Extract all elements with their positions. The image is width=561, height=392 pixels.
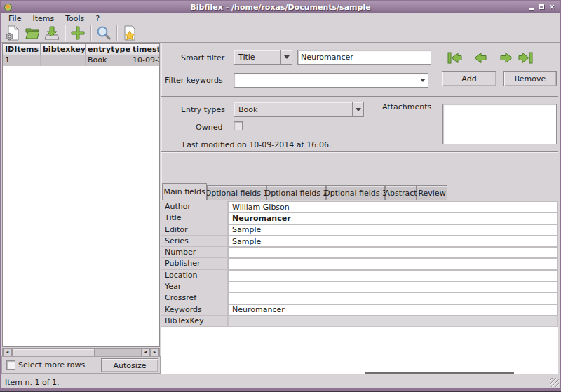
maximize-button[interactable]	[538, 4, 546, 11]
open-database-icon	[24, 25, 41, 41]
table-row[interactable]: 1 Book 10-09-2	[3, 55, 159, 66]
add-item-icon	[69, 25, 86, 41]
go-first-icon	[446, 50, 463, 65]
number-field[interactable]	[228, 247, 558, 258]
column-header-bibtexkey[interactable]: bibtexkey	[41, 44, 86, 55]
entry-type-selected: Book	[234, 105, 352, 114]
menu-items[interactable]: Items	[27, 13, 60, 24]
combo-arrow-button[interactable]	[352, 102, 363, 116]
new-database-icon	[4, 25, 21, 41]
menubar: File Items Tools ?	[1, 13, 560, 24]
minimize-icon	[529, 8, 534, 10]
last-item-button[interactable]	[518, 50, 534, 65]
tab-review[interactable]: Review	[417, 185, 447, 200]
scroll-left-button[interactable]: ◂	[3, 349, 12, 356]
cell-entrytype: Book	[86, 55, 130, 66]
smart-filter-selected: Title	[234, 53, 280, 62]
statusbar: Item n. 1 of 1.	[1, 377, 560, 388]
smart-filter-combobox[interactable]: Title	[234, 50, 292, 65]
cell-timestamp: 10-09-2	[130, 55, 159, 66]
crossref-field[interactable]	[228, 292, 558, 304]
add-item-button[interactable]	[68, 24, 88, 42]
tab-main-fields[interactable]: Main fields	[162, 183, 207, 200]
new-database-button[interactable]	[3, 24, 22, 42]
save-icon	[43, 25, 60, 41]
minimize-button[interactable]	[527, 4, 535, 11]
chevron-down-icon	[284, 55, 290, 59]
filter-keywords-combobox[interactable]	[234, 73, 428, 88]
toolbar-separator	[90, 25, 91, 41]
section-separator	[161, 151, 558, 152]
maximize-icon	[539, 4, 544, 9]
editor-field[interactable]	[228, 224, 558, 236]
close-icon: ×	[549, 4, 555, 11]
field-label-crossref: Crossref	[161, 292, 228, 304]
combo-arrow-button[interactable]	[280, 50, 292, 64]
chevron-down-icon	[356, 108, 361, 111]
titlebar[interactable]: Bibfilex - /home/roxas/Documents/sample …	[1, 1, 560, 13]
tab-abstract[interactable]: Abstract	[385, 185, 417, 200]
table-header: IDItems bibtexkey entrytype timest.	[3, 44, 159, 55]
resize-grip[interactable]	[550, 378, 559, 387]
field-label-number: Number	[161, 247, 228, 258]
owned-checkbox[interactable]	[234, 121, 243, 130]
field-label-bibtexkey: BibTexKey	[161, 316, 228, 327]
field-label-publisher: Publisher	[161, 258, 228, 269]
title-field[interactable]	[228, 212, 558, 224]
column-header-entrytype[interactable]: entrytype	[86, 44, 130, 55]
chevron-down-icon	[420, 79, 426, 82]
window-title: Bibfilex - /home/roxas/Documents/sample	[1, 3, 560, 12]
field-label-series: Series	[161, 236, 228, 247]
field-label-year: Year	[161, 281, 228, 292]
series-field[interactable]	[228, 236, 558, 247]
menu-tools[interactable]: Tools	[60, 13, 90, 24]
save-button[interactable]	[42, 24, 62, 42]
last-modified-text: Last modified on 10-09-2014 at 16:06.	[182, 140, 331, 149]
tab-optional-fields-1[interactable]: Optional fields 1	[207, 185, 266, 200]
search-button[interactable]	[94, 24, 114, 42]
combo-arrow-button[interactable]	[417, 74, 428, 87]
field-label-editor: Editor	[161, 224, 228, 236]
autosize-button[interactable]: Autosize	[101, 358, 158, 372]
publisher-field[interactable]	[228, 258, 558, 269]
smart-filter-input[interactable]	[297, 50, 431, 65]
column-header-timestamp[interactable]: timest.	[130, 44, 159, 55]
select-more-rows-checkbox[interactable]	[6, 360, 15, 370]
scroll-right-button[interactable]: ▸	[150, 349, 159, 356]
status-text: Item n. 1 of 1.	[5, 378, 60, 387]
go-next-icon	[498, 50, 515, 65]
author-field[interactable]	[228, 201, 558, 212]
menu-file[interactable]: File	[3, 13, 27, 24]
bibfilex-window: Bibfilex - /home/roxas/Documents/sample …	[0, 0, 561, 391]
location-field[interactable]	[228, 270, 558, 281]
main-content: IDItems bibtexkey entrytype timest. 1 Bo…	[1, 43, 560, 377]
keywords-field[interactable]	[228, 304, 558, 316]
tab-optional-fields-3[interactable]: Optional fields 3	[326, 185, 385, 200]
tab-optional-fields-2[interactable]: Optional fields 2	[266, 185, 326, 200]
app-icon	[4, 4, 12, 11]
field-label-title: Title	[161, 212, 228, 224]
scroll-left-button-2[interactable]: ◂	[141, 349, 150, 356]
field-label-location: Location	[161, 270, 228, 281]
special-document-icon	[121, 25, 138, 41]
main-fields-form: Author Title Editor Series Number Publis…	[161, 201, 558, 374]
open-database-button[interactable]	[22, 24, 42, 42]
previous-item-button[interactable]	[472, 50, 489, 65]
scrollbar-thumb[interactable]	[12, 349, 95, 356]
attachments-listbox[interactable]	[442, 104, 557, 144]
column-header-iditems[interactable]: IDItems	[3, 44, 41, 55]
scrollbar-track[interactable]	[12, 349, 141, 356]
add-button[interactable]: Add	[442, 71, 496, 86]
remove-button[interactable]: Remove	[503, 71, 557, 86]
close-button[interactable]: ×	[548, 4, 556, 11]
next-item-button[interactable]	[498, 50, 515, 65]
year-field[interactable]	[228, 281, 558, 292]
items-table[interactable]: IDItems bibtexkey entrytype timest. 1 Bo…	[2, 43, 160, 347]
menu-help[interactable]: ?	[90, 13, 105, 24]
special-document-button[interactable]	[120, 24, 140, 42]
bibtexkey-field[interactable]	[228, 316, 558, 327]
form-horizontal-scrollbar-thumb[interactable]	[365, 372, 514, 374]
select-more-rows-label: Select more rows	[18, 360, 85, 370]
first-item-button[interactable]	[446, 50, 463, 65]
entry-types-combobox[interactable]: Book	[234, 102, 364, 117]
